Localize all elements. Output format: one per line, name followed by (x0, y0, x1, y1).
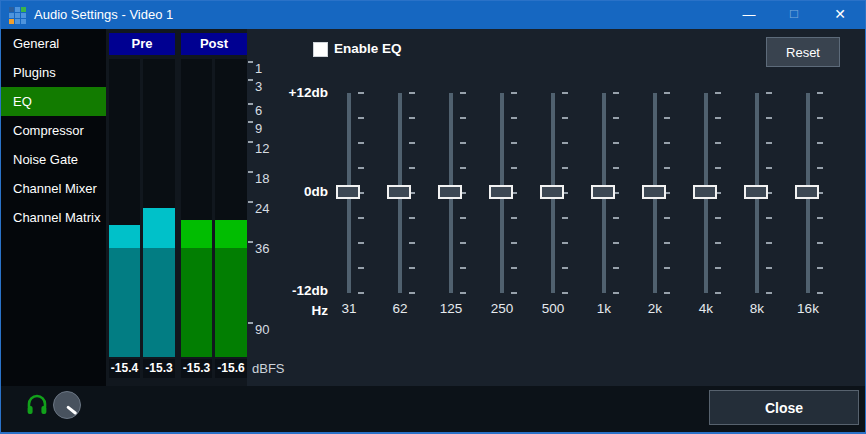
meter-bar-bright (109, 225, 140, 248)
band-frequency-label: 250 (476, 301, 528, 316)
meter-value: -15.3 (143, 359, 175, 378)
maximize-button: ☐ (772, 1, 816, 28)
close-window-icon[interactable]: ✕ (818, 1, 862, 28)
knob-indicator (66, 405, 77, 415)
band-frequency-label: 1k (578, 301, 630, 316)
meter-bar-bright (215, 220, 247, 248)
meter-bar-dark (215, 248, 247, 357)
slider-thumb[interactable] (336, 185, 360, 199)
enable-eq-label: Enable EQ (334, 41, 402, 57)
eq-band-slider-31: 31 (323, 93, 375, 327)
meter-channel-post-left (181, 59, 212, 357)
slider-thumb[interactable] (642, 185, 666, 199)
gain-label-plus12: +12db (259, 84, 328, 102)
enable-eq-checkbox[interactable] (313, 42, 328, 57)
slider-thumb[interactable] (744, 185, 768, 199)
meter-value: -15.4 (109, 359, 140, 378)
scale-tick: 12 (248, 140, 286, 158)
sidebar-item-noise-gate[interactable]: Noise Gate (1, 145, 106, 174)
meter-bar-dark (109, 248, 140, 357)
app-logo-icon (9, 7, 26, 24)
gain-label-zero: 0db (259, 183, 328, 201)
meter-bar-dark (181, 248, 212, 357)
scale-tick: 36 (248, 240, 286, 258)
scale-tick: 6 (248, 102, 286, 120)
eq-band-slider-8k: 8k (731, 93, 783, 327)
eq-band-slider-500: 500 (527, 93, 579, 327)
scale-tick: 1 (248, 60, 286, 78)
close-button[interactable]: Close (709, 390, 859, 425)
meter-bar-dark (143, 248, 175, 357)
band-frequency-label: 4k (680, 301, 732, 316)
slider-thumb[interactable] (489, 185, 513, 199)
headphones-icon[interactable] (25, 393, 49, 417)
band-frequency-label: 31 (323, 301, 375, 316)
sidebar-item-plugins[interactable]: Plugins (1, 58, 106, 87)
sidebar-item-compressor[interactable]: Compressor (1, 116, 106, 145)
scale-tick: 24 (248, 200, 286, 218)
headphones-volume-knob[interactable] (53, 391, 81, 419)
meter-bar-bright (143, 208, 175, 248)
meter-group-label-post: Post (181, 33, 247, 55)
meter-value: -15.3 (181, 359, 212, 378)
titlebar: Audio Settings - Video 1 — ☐ ✕ (1, 1, 865, 29)
sidebar-item-eq[interactable]: EQ (1, 87, 106, 116)
band-frequency-label: 62 (374, 301, 426, 316)
eq-band-slider-125: 125 (425, 93, 477, 327)
slider-thumb[interactable] (795, 185, 819, 199)
minimize-button[interactable]: — (727, 1, 771, 28)
slider-thumb[interactable] (591, 185, 615, 199)
band-frequency-label: 8k (731, 301, 783, 316)
meter-channel-post-right (215, 59, 247, 357)
sidebar-item-general[interactable]: General (1, 29, 106, 58)
slider-thumb[interactable] (438, 185, 462, 199)
eq-band-slider-4k: 4k (680, 93, 732, 327)
slider-thumb[interactable] (387, 185, 411, 199)
slider-thumb[interactable] (693, 185, 717, 199)
scale-tick: 9 (248, 120, 286, 138)
meter-bar-bright (181, 220, 212, 248)
meter-value: -15.6 (215, 359, 247, 378)
band-frequency-label: 16k (782, 301, 834, 316)
scale-tick: 90 (248, 321, 286, 339)
reset-button[interactable]: Reset (766, 37, 840, 67)
meter-channel-pre-left (109, 59, 140, 357)
meter-group-label-pre: Pre (109, 33, 175, 55)
sidebar-item-channel-mixer[interactable]: Channel Mixer (1, 174, 106, 203)
slider-thumb[interactable] (540, 185, 564, 199)
eq-band-slider-16k: 16k (782, 93, 834, 327)
eq-band-slider-2k: 2k (629, 93, 681, 327)
eq-band-slider-62: 62 (374, 93, 426, 327)
window-title: Audio Settings - Video 1 (34, 1, 173, 29)
meter-channel-pre-right (143, 59, 175, 357)
eq-band-slider-250: 250 (476, 93, 528, 327)
audio-settings-window: Audio Settings - Video 1 — ☐ ✕ General P… (0, 0, 866, 434)
sidebar-item-channel-matrix[interactable]: Channel Matrix (1, 203, 106, 232)
eq-band-slider-1k: 1k (578, 93, 630, 327)
band-frequency-label: 500 (527, 301, 579, 316)
gain-label-minus12: -12db (259, 282, 328, 300)
band-frequency-label: 2k (629, 301, 681, 316)
band-frequency-label: 125 (425, 301, 477, 316)
meter-unit-label: dBFS (252, 359, 285, 378)
freq-unit-label: Hz (259, 302, 328, 320)
